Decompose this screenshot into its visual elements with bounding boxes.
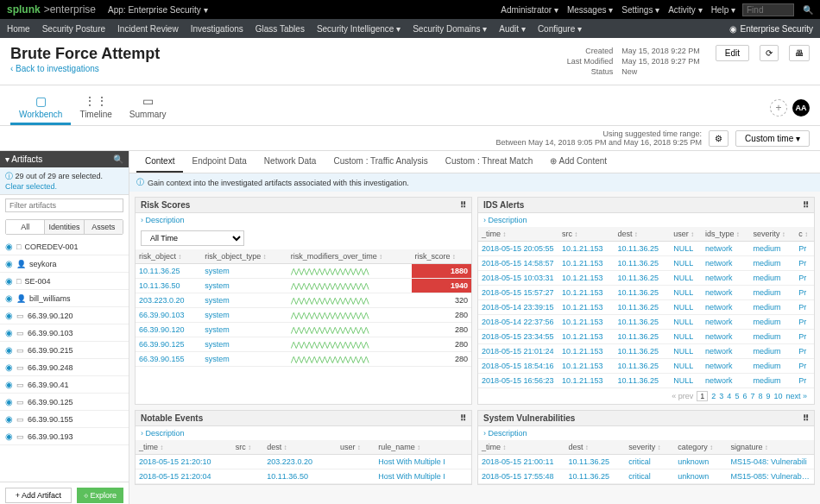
artifact-item[interactable]: ◉▭66.39.90.155	[0, 411, 129, 428]
nav-audit[interactable]: Audit ▾	[499, 24, 526, 34]
seg-identities[interactable]: Identities	[45, 220, 84, 234]
col-header[interactable]: ids_type	[702, 227, 750, 242]
seg-all[interactable]: All	[6, 220, 45, 234]
col-header[interactable]: c	[795, 227, 814, 242]
table-row[interactable]: 203.223.0.20system⋀⋀⋀⋀⋀⋀⋀⋀⋀⋀⋀⋀⋀⋀⋀320	[136, 293, 471, 308]
move-icon[interactable]: ⠿	[803, 413, 809, 423]
tab-workbench[interactable]: ▢Workbench	[10, 91, 71, 125]
sidebar-title[interactable]: ▾ Artifacts	[5, 154, 42, 164]
admin-menu[interactable]: Administrator ▾	[501, 5, 558, 15]
move-icon[interactable]: ⠿	[803, 200, 809, 210]
edit-button[interactable]: Edit	[716, 45, 749, 61]
table-row[interactable]: 10.11.36.50system⋀⋀⋀⋀⋀⋀⋀⋀⋀⋀⋀⋀⋀⋀⋀1940	[136, 279, 471, 293]
col-header[interactable]: user	[670, 227, 702, 242]
table-row[interactable]: 2018-05-15 23:34:5510.1.21.15310.11.36.2…	[478, 330, 814, 344]
messages-menu[interactable]: Messages ▾	[567, 5, 613, 15]
avatar[interactable]: AA	[792, 99, 810, 117]
col-header[interactable]: risk_object_type	[201, 249, 287, 264]
pager-next[interactable]: next »	[785, 392, 807, 400]
htab-add[interactable]: ⊕ Add Content	[541, 151, 615, 173]
nav-incident[interactable]: Incident Review	[117, 24, 179, 34]
pager-page[interactable]: 3	[719, 392, 723, 400]
table-row[interactable]: 2018-05-15 10:03:3110.1.21.15310.11.36.2…	[478, 271, 814, 286]
table-row[interactable]: 2018-05-15 20:05:5510.1.21.15310.11.36.2…	[478, 242, 814, 256]
search-icon[interactable]: 🔍	[803, 5, 813, 15]
table-row[interactable]: 2018-05-15 21:20:10203.223.0.20Host With…	[136, 455, 471, 469]
artifact-item[interactable]: ◉▭66.39.90.248	[0, 359, 129, 376]
artifact-item[interactable]: ◉□SE-004	[0, 273, 129, 290]
col-header[interactable]: _time	[478, 227, 558, 242]
nav-intel[interactable]: Security Intelligence ▾	[317, 24, 401, 34]
print-icon[interactable]: 🖶	[789, 45, 810, 61]
table-row[interactable]: 2018-05-15 21:00:1110.11.36.25criticalun…	[478, 455, 814, 469]
pager-page[interactable]: 6	[742, 392, 747, 400]
table-row[interactable]: 2018-05-14 22:37:5610.1.21.15310.11.36.2…	[478, 315, 814, 330]
table-row[interactable]: 2018-05-15 15:57:2710.1.21.15310.11.36.2…	[478, 286, 814, 300]
pager-page[interactable]: 8	[758, 392, 762, 400]
add-person-button[interactable]: +	[770, 99, 787, 117]
desc-toggle[interactable]: › Description	[478, 426, 814, 440]
table-row[interactable]: 66.39.90.103system⋀⋀⋀⋀⋀⋀⋀⋀⋀⋀⋀⋀⋀⋀⋀280	[136, 308, 471, 323]
col-header[interactable]: _time	[136, 440, 232, 455]
pager-page[interactable]: 5	[735, 392, 739, 400]
tab-timeline[interactable]: ⋮⋮Timeline	[71, 91, 120, 125]
table-row[interactable]: 2018-05-15 18:54:1610.1.21.15310.11.36.2…	[478, 359, 814, 374]
pager-page[interactable]: 7	[750, 392, 754, 400]
desc-toggle[interactable]: › Description	[136, 426, 471, 440]
col-header[interactable]: signature	[727, 440, 814, 455]
pager-page[interactable]: 2	[711, 392, 716, 400]
find-input[interactable]	[742, 3, 794, 16]
add-artifact-button[interactable]: + Add Artifact	[5, 488, 72, 503]
htab-network[interactable]: Network Data	[255, 151, 325, 173]
explore-button[interactable]: ⟐ Explore	[77, 488, 123, 503]
table-row[interactable]: 2018-05-15 17:55:4810.11.36.25criticalun…	[478, 469, 814, 484]
desc-toggle[interactable]: › Description	[478, 213, 814, 227]
nav-posture[interactable]: Security Posture	[42, 24, 105, 34]
artifact-item[interactable]: ◉▭66.39.90.125	[0, 394, 129, 411]
artifact-item[interactable]: ◉👤seykora	[0, 255, 129, 273]
nav-domains[interactable]: Security Domains ▾	[413, 24, 487, 34]
col-header[interactable]: src	[232, 440, 264, 455]
filter-artifacts-input[interactable]	[5, 198, 123, 212]
move-icon[interactable]: ⠿	[460, 413, 466, 423]
pager-page[interactable]: 4	[727, 392, 731, 400]
artifact-item[interactable]: ◉▭66.39.90.120	[0, 307, 129, 324]
table-row[interactable]: 2018-05-15 16:56:2310.1.21.15310.11.36.2…	[478, 374, 814, 388]
htab-context[interactable]: Context	[136, 151, 183, 173]
htab-traffic[interactable]: Custom : Traffic Analysis	[325, 151, 436, 173]
col-header[interactable]: dest	[615, 227, 671, 242]
artifact-item[interactable]: ◉▭66.39.90.215	[0, 342, 129, 359]
clear-selected-link[interactable]: Clear selected.	[5, 182, 57, 191]
table-row[interactable]: 2018-05-15 14:58:5710.1.21.15310.11.36.2…	[478, 256, 814, 271]
artifact-item[interactable]: ◉▭66.39.90.193	[0, 428, 129, 445]
table-row[interactable]: 66.39.90.155system⋀⋀⋀⋀⋀⋀⋀⋀⋀⋀⋀⋀⋀⋀⋀280	[136, 352, 471, 367]
pager-page[interactable]: 1	[697, 391, 708, 401]
activity-menu[interactable]: Activity ▾	[668, 5, 702, 15]
app-menu[interactable]: App: Enterprise Security ▾	[108, 5, 208, 15]
settings-menu[interactable]: Settings ▾	[621, 5, 659, 15]
htab-threat[interactable]: Custom : Threat Match	[437, 151, 542, 173]
refresh-icon[interactable]: ⟳	[760, 45, 779, 61]
col-header[interactable]: dest	[565, 440, 626, 455]
help-menu[interactable]: Help ▾	[711, 5, 735, 15]
col-header[interactable]: severity	[750, 227, 796, 242]
pager-page[interactable]: 10	[773, 392, 782, 400]
table-row[interactable]: 2018-05-15 21:20:0410.11.36.50Host With …	[136, 469, 471, 484]
pager-prev[interactable]: « prev	[672, 392, 693, 400]
nav-invest[interactable]: Investigations	[191, 24, 243, 34]
custom-time-button[interactable]: Custom time ▾	[735, 130, 810, 147]
time-gear-icon[interactable]: ⚙	[709, 130, 729, 147]
htab-endpoint[interactable]: Endpoint Data	[183, 151, 255, 173]
desc-toggle[interactable]: › Description	[136, 213, 471, 227]
seg-assets[interactable]: Assets	[85, 220, 123, 234]
col-header[interactable]: rule_name	[375, 440, 471, 455]
time-select[interactable]: All Time	[141, 230, 244, 246]
table-row[interactable]: 66.39.90.125system⋀⋀⋀⋀⋀⋀⋀⋀⋀⋀⋀⋀⋀⋀⋀280	[136, 337, 471, 352]
pager-page[interactable]: 9	[766, 392, 770, 400]
nav-home[interactable]: Home	[7, 24, 30, 34]
nav-glass[interactable]: Glass Tables	[255, 24, 305, 34]
col-header[interactable]: dest	[263, 440, 337, 455]
nav-config[interactable]: Configure ▾	[538, 24, 582, 34]
artifact-item[interactable]: ◉👤bill_williams	[0, 290, 129, 307]
move-icon[interactable]: ⠿	[460, 200, 466, 210]
